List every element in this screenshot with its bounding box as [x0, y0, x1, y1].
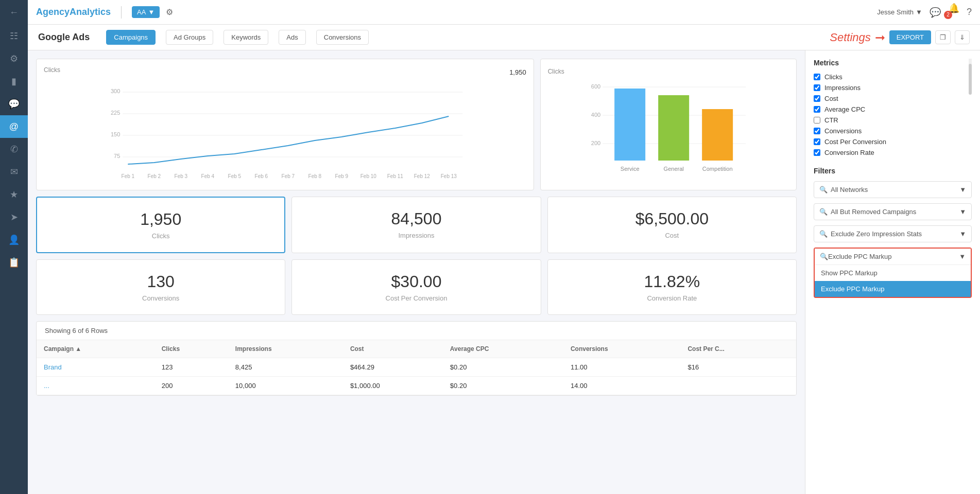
svg-text:Feb 5: Feb 5 [228, 173, 242, 179]
settings-label: Settings [830, 31, 871, 44]
sidebar-item-user[interactable]: 👤 [0, 228, 28, 251]
tab-ads[interactable]: Ads [279, 30, 305, 45]
metric-conversions-label: Conversions [45, 294, 277, 302]
sidebar-item-at[interactable]: @ [0, 115, 28, 138]
metric-impressions-label: Impressions [300, 232, 532, 239]
metric-item-ctr[interactable]: CTR [814, 116, 972, 124]
metric-item-conversions[interactable]: Conversions [814, 127, 972, 135]
line-chart-svg: 300 225 150 75 Feb 1 Feb 2 [44, 78, 526, 181]
bar-chart-svg: 600 400 200 Service General [548, 76, 789, 179]
metric-cost: $6,500.00 Cost [547, 197, 797, 253]
filter-zero-dropdown[interactable]: 🔍Exclude Zero Impression Stats ▼ [814, 225, 972, 242]
metric-item-conversions-label: Conversions [824, 127, 862, 135]
metric-item-cost[interactable]: Cost [814, 95, 972, 102]
tab-keywords[interactable]: Keywords [223, 30, 268, 45]
checkbox-avg-cpc[interactable] [814, 106, 820, 113]
metric-item-ctr-label: CTR [824, 116, 838, 124]
help-icon[interactable]: ? [967, 7, 972, 17]
aa-chevron: ▼ [148, 8, 154, 16]
checkbox-cost-per-conv[interactable] [814, 138, 820, 145]
sidebar-item-chart[interactable]: ▮ [0, 70, 28, 93]
sidebar-item-lightning[interactable]: ⚙ [0, 47, 28, 70]
export-button[interactable]: EXPORT [889, 30, 931, 44]
aa-label: AA [137, 8, 146, 16]
row-impressions: 8,425 [228, 358, 343, 377]
col-cost[interactable]: Cost [343, 340, 443, 358]
messages-icon[interactable]: 💬 [930, 7, 941, 17]
search-icon-networks: 🔍 [819, 186, 828, 193]
scrollbar-thumb [969, 64, 972, 95]
scrollbar-track[interactable] [969, 59, 972, 67]
aa-button[interactable]: AA ▼ [132, 6, 160, 18]
row-campaign-name-2[interactable]: ... [37, 377, 154, 395]
tab-conversions[interactable]: Conversions [316, 30, 369, 45]
ppc-dropdown-selected[interactable]: 🔍Exclude PPC Markup ▼ [815, 249, 971, 264]
gear-icon[interactable]: ⚙ [166, 7, 173, 17]
col-campaign[interactable]: Campaign ▲ [37, 340, 154, 358]
tab-adgroups[interactable]: Ad Groups [166, 30, 213, 45]
svg-rect-27 [614, 89, 645, 161]
metric-item-impressions[interactable]: Impressions [814, 84, 972, 92]
settings-panel: Metrics Clicks Impressions Cost [805, 50, 980, 494]
metric-cost-per-conversion: $30.00 Cost Per Conversion [291, 259, 541, 315]
metric-cpc-value: $30.00 [300, 272, 532, 291]
sidebar-item-send[interactable]: ➤ [0, 206, 28, 228]
filter-zero-label: Exclude Zero Impression Stats [831, 230, 922, 238]
sidebar-item-phone[interactable]: ✆ [0, 138, 28, 161]
svg-text:75: 75 [114, 153, 120, 159]
back-icon[interactable]: ← [9, 7, 19, 18]
main-panel: Clicks 1,950 300 225 150 75 [28, 50, 805, 494]
filter-campaigns-dropdown[interactable]: 🔍All But Removed Campaigns ▼ [814, 203, 972, 220]
checkbox-clicks[interactable] [814, 74, 820, 80]
sidebar-item-star[interactable]: ★ [0, 183, 28, 206]
download-button[interactable]: ⇓ [955, 30, 970, 44]
sidebar-item-dashboard[interactable]: ☷ [0, 25, 28, 47]
ppc-dropdown-wrapper: 🔍Exclude PPC Markup ▼ Show PPC Markup Ex… [814, 248, 972, 298]
ppc-option-exclude[interactable]: Exclude PPC Markup [815, 281, 971, 297]
row-cost-2: $1,000.00 [343, 377, 443, 395]
user-menu[interactable]: Jesse Smith ▼ [877, 8, 922, 16]
svg-text:General: General [663, 166, 683, 172]
sidebar-item-comments[interactable]: 💬 [0, 93, 28, 115]
sidebar-item-mail[interactable]: ✉ [0, 161, 28, 183]
svg-text:Feb 13: Feb 13 [441, 173, 457, 179]
metric-item-clicks[interactable]: Clicks [814, 73, 972, 81]
row-campaign-name[interactable]: Brand [37, 358, 154, 377]
ppc-option-show[interactable]: Show PPC Markup [815, 265, 971, 281]
brand-logo: AgencyAnalytics [36, 7, 111, 17]
sidebar-item-clipboard[interactable]: 📋 [0, 251, 28, 274]
svg-text:Competition: Competition [702, 166, 732, 172]
metric-item-cost-per-conv[interactable]: Cost Per Conversion [814, 138, 972, 146]
table-showing-text: Showing 6 of 6 Rows [45, 327, 108, 334]
row-clicks: 123 [154, 358, 228, 377]
checkbox-ctr[interactable] [814, 117, 820, 123]
col-impressions[interactable]: Impressions [228, 340, 343, 358]
col-clicks[interactable]: Clicks [154, 340, 228, 358]
filter-networks-dropdown[interactable]: 🔍All Networks ▼ [814, 181, 972, 198]
messages-icon-wrapper: 💬 [930, 7, 941, 18]
col-cost-per-c[interactable]: Cost Per C... [680, 340, 796, 358]
fullscreen-button[interactable]: ❒ [935, 30, 951, 44]
ppc-dropdown-options: Show PPC Markup Exclude PPC Markup [815, 264, 971, 297]
tab-campaigns[interactable]: Campaigns [106, 30, 156, 45]
row-cost-per-c: $16 [680, 358, 796, 377]
brand-suffix: Analytics [70, 7, 111, 17]
line-chart-title: Clicks [44, 66, 60, 74]
col-conversions[interactable]: Conversions [563, 340, 681, 358]
checkbox-cost[interactable] [814, 95, 820, 102]
metric-item-conv-rate[interactable]: Conversion Rate [814, 149, 972, 156]
checkbox-conv-rate[interactable] [814, 149, 820, 156]
metric-item-avg-cpc[interactable]: Average CPC [814, 105, 972, 113]
checkbox-impressions[interactable] [814, 84, 820, 91]
table-row: Brand 123 8,425 $464.29 $0.20 11.00 $16 [37, 358, 796, 377]
svg-text:600: 600 [591, 83, 600, 90]
svg-text:Feb 11: Feb 11 [387, 173, 404, 179]
metric-item-cost-label: Cost [824, 95, 838, 102]
charts-row: Clicks 1,950 300 225 150 75 [36, 59, 797, 190]
col-avg-cpc[interactable]: Average CPC [443, 340, 563, 358]
ppc-dropdown-chevron: ▼ [959, 253, 966, 260]
row-conversions-2: 14.00 [563, 377, 681, 395]
table-section: Showing 6 of 6 Rows Campaign ▲ Clicks Im… [36, 321, 797, 396]
svg-text:Feb 8: Feb 8 [308, 173, 322, 179]
checkbox-conversions[interactable] [814, 128, 820, 134]
